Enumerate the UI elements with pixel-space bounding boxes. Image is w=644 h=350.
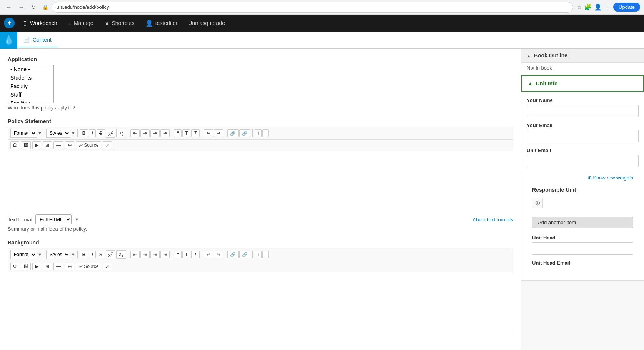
undo-btn-1[interactable]: ↩ [204, 129, 213, 137]
source-icon-2: ☍ [78, 264, 83, 269]
superscript-btn-1[interactable]: x2 [106, 129, 116, 138]
italic-btn-2[interactable]: I [89, 251, 95, 258]
align-center-btn-1[interactable]: ⇥ [140, 129, 150, 137]
source-btn-2[interactable]: ☍ Source [76, 263, 101, 270]
your-email-input[interactable] [527, 130, 639, 142]
special-char-btn-1[interactable]: Ω [10, 141, 19, 149]
styles-select-1[interactable]: Styles [46, 129, 70, 138]
styles-select-2[interactable]: Styles [46, 250, 70, 259]
list-ul-btn-2[interactable]: ⁞ [255, 251, 262, 258]
align-left-btn-1[interactable]: ⇤ [130, 129, 140, 137]
link-btn-1[interactable]: 🔗 [227, 129, 239, 137]
unlink-btn-1[interactable]: 🔗 [239, 129, 250, 137]
add-another-item-button[interactable]: Add another item [532, 217, 633, 228]
workbench-nav-item[interactable]: ⬡ Workbench [18, 17, 62, 30]
align-center-btn-2[interactable]: ⇥ [140, 251, 150, 258]
option-faculty[interactable]: Faculty [8, 82, 53, 90]
unit-head-email-label: Unit Head Email [532, 260, 633, 266]
align-left-btn-2[interactable]: ⇤ [130, 251, 140, 258]
option-facilities[interactable]: Facilites [8, 99, 53, 103]
unit-info-label: Unit Info [536, 80, 558, 87]
indent-btn-1[interactable]: ↤ [65, 141, 74, 149]
styles-alt-btn-2[interactable]: T [182, 251, 190, 258]
hr-btn-2[interactable]: — [53, 263, 63, 270]
your-name-input[interactable] [527, 105, 639, 117]
policy-statement-body[interactable] [8, 151, 513, 213]
align-justify-btn-1[interactable]: ⇥ [160, 129, 170, 137]
format-select-1[interactable]: Format [10, 129, 37, 138]
link-btn-2[interactable]: 🔗 [227, 251, 239, 258]
forward-button[interactable]: → [16, 2, 26, 12]
blockquote-btn-2[interactable]: ❝ [174, 251, 182, 258]
unit-info-header[interactable]: ▲ Unit Info [521, 75, 644, 92]
unmasquerade-nav-item[interactable]: Unmasquerade [184, 17, 230, 29]
clear-format-btn-1[interactable]: T [191, 129, 199, 137]
list-ul-btn-1[interactable]: ⁞ [255, 129, 262, 137]
align-right-btn-2[interactable]: ⇥ [150, 251, 160, 258]
strikethrough-btn-2[interactable]: S [97, 251, 105, 258]
fullscreen-btn-1[interactable]: ⤢ [103, 141, 112, 149]
subscript-btn-2[interactable]: x2 [116, 250, 126, 259]
shortcuts-nav-item[interactable]: ★ Shortcuts [100, 17, 139, 30]
browser-controls: ← → ↻ 🔒 [4, 2, 48, 12]
divider-2-6 [225, 251, 225, 258]
source-label-2: Source [84, 264, 98, 269]
superscript-btn-2[interactable]: x2 [106, 250, 116, 259]
show-row-weights[interactable]: ⊕ Show row weights [527, 172, 639, 183]
update-browser-button[interactable]: Update [613, 3, 640, 12]
source-btn-1[interactable]: ☍ Source [76, 141, 101, 149]
back-button[interactable]: ← [4, 2, 14, 12]
responsible-unit-section: Responsible Unit ⊕ [527, 183, 639, 214]
embed-btn-1[interactable]: ▶ [32, 141, 41, 149]
option-staff[interactable]: Staff [8, 90, 53, 99]
extensions-icon[interactable]: 🧩 [584, 3, 592, 11]
bold-btn-2[interactable]: B [80, 251, 88, 258]
redo-btn-2[interactable]: ↪ [214, 251, 223, 258]
your-name-label: Your Name [527, 97, 639, 103]
undo-btn-2[interactable]: ↩ [204, 251, 213, 258]
indent-btn-2[interactable]: ↤ [65, 263, 74, 270]
policy-statement-section: Policy Statement Format ▼ Styles ▼ B I S [8, 118, 513, 232]
bookmark-icon[interactable]: ☆ [576, 3, 582, 11]
background-body[interactable] [8, 272, 513, 334]
drag-handle[interactable]: ⊕ [532, 198, 543, 208]
list-ol-btn-2[interactable] [262, 251, 269, 258]
bold-btn-1[interactable]: B [80, 129, 88, 137]
subscript-btn-1[interactable]: x2 [116, 129, 126, 137]
unit-email-input[interactable] [527, 155, 639, 167]
about-text-formats-link-1[interactable]: About text formats [473, 217, 514, 223]
table-btn-1[interactable]: ⊞ [43, 141, 52, 149]
table-btn-2[interactable]: ⊞ [43, 263, 52, 270]
user-nav-item[interactable]: 👤 testeditor [141, 17, 182, 30]
align-justify-btn-2[interactable]: ⇥ [160, 251, 170, 258]
styles-alt-btn-1[interactable]: T [182, 129, 190, 137]
redo-btn-1[interactable]: ↪ [214, 129, 223, 137]
blockquote-btn-1[interactable]: ❝ [174, 129, 182, 137]
text-format-select-1[interactable]: Full HTML [35, 214, 72, 224]
image-btn-2[interactable]: 🖼 [21, 263, 31, 270]
content-tab[interactable]: 📄 Content [17, 33, 58, 47]
book-outline-header[interactable]: Book Outline [521, 49, 644, 63]
address-bar[interactable] [52, 2, 573, 13]
fullscreen-btn-2[interactable]: ⤢ [103, 263, 112, 270]
unit-head-input[interactable] [532, 242, 633, 255]
format-select-2[interactable]: Format [10, 250, 37, 259]
clear-format-btn-2[interactable]: T [191, 251, 199, 258]
hr-btn-1[interactable]: — [53, 141, 63, 149]
application-select[interactable]: - None - Students Faculty Staff Facilite… [8, 65, 54, 103]
refresh-button[interactable]: ↻ [28, 2, 38, 12]
menu-icon[interactable]: ⋮ [604, 3, 610, 11]
unlink-btn-2[interactable]: 🔗 [239, 251, 250, 258]
align-right-btn-1[interactable]: ⇥ [150, 129, 160, 137]
embed-btn-2[interactable]: ▶ [32, 263, 41, 270]
list-ol-btn-1[interactable] [262, 129, 269, 137]
option-none[interactable]: - None - [8, 65, 53, 74]
option-students[interactable]: Students [8, 74, 53, 82]
manage-nav-item[interactable]: ≡ Manage [63, 17, 98, 30]
user-profile-icon[interactable]: 👤 [594, 3, 602, 11]
special-char-btn-2[interactable]: Ω [10, 263, 19, 270]
strikethrough-btn-1[interactable]: S [97, 129, 105, 137]
italic-btn-1[interactable]: I [89, 129, 95, 137]
unit-head-section: Unit Head Unit Head Email [527, 231, 639, 275]
image-btn-1[interactable]: 🖼 [21, 141, 31, 149]
